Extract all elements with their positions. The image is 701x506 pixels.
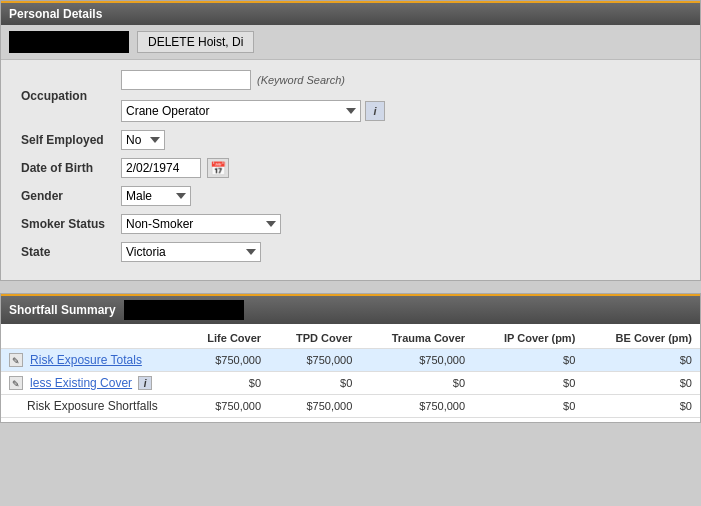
col-header-label — [1, 328, 181, 349]
personal-details-title: Personal Details — [9, 7, 102, 21]
existing-cover-link[interactable]: less Existing Cover — [30, 376, 132, 390]
shortfall-title: Shortfall Summary — [9, 303, 116, 317]
smoker-select[interactable]: Non-Smoker Smoker — [121, 214, 281, 234]
exposure-be-cover: $0 — [583, 349, 700, 372]
col-header-life: Life Cover — [181, 328, 269, 349]
exposure-trauma-cover: $750,000 — [360, 349, 473, 372]
shortfall-be-cover: $0 — [583, 395, 700, 418]
shortfall-ip-cover: $0 — [473, 395, 583, 418]
existing-tpd-cover: $0 — [269, 372, 360, 395]
self-employed-row: Self Employed No Yes — [21, 130, 680, 150]
self-employed-label: Self Employed — [21, 133, 121, 147]
personal-details-section: Personal Details DELETE Hoist, Di Occupa… — [0, 0, 701, 281]
risk-exposure-shortfalls-label: Risk Exposure Shortfalls — [27, 399, 158, 413]
shortfall-trauma-cover: $750,000 — [360, 395, 473, 418]
separator — [0, 285, 701, 293]
col-header-tpd: TPD Cover — [269, 328, 360, 349]
smoker-controls: Non-Smoker Smoker — [121, 214, 281, 234]
state-label: State — [21, 245, 121, 259]
smoker-label: Smoker Status — [21, 217, 121, 231]
existing-be-cover: $0 — [583, 372, 700, 395]
existing-ip-cover: $0 — [473, 372, 583, 395]
exposure-tpd-cover: $750,000 — [269, 349, 360, 372]
occupation-controls: (Keyword Search) Crane Operator i — [121, 70, 385, 122]
shortfall-header: Shortfall Summary — [1, 294, 700, 324]
gender-select[interactable]: Male Female — [121, 186, 191, 206]
state-select[interactable]: Victoria NSW Queensland — [121, 242, 261, 262]
existing-cover-info-button[interactable]: i — [138, 376, 152, 390]
delete-bar: DELETE Hoist, Di — [1, 25, 700, 60]
name-redacted-box — [9, 31, 129, 53]
dob-row: Date of Birth 📅 — [21, 158, 680, 178]
col-header-trauma: Trauma Cover — [360, 328, 473, 349]
occupation-select-row: Crane Operator i — [121, 100, 385, 122]
keyword-search-label: (Keyword Search) — [257, 74, 345, 86]
col-header-ip: IP Cover (pm) — [473, 328, 583, 349]
personal-details-header: Personal Details — [1, 1, 700, 25]
occupation-select[interactable]: Crane Operator — [121, 100, 361, 122]
dob-label: Date of Birth — [21, 161, 121, 175]
gender-row: Gender Male Female — [21, 186, 680, 206]
existing-life-cover: $0 — [181, 372, 269, 395]
table-row: ✎ Risk Exposure Totals $750,000 $750,000… — [1, 349, 700, 372]
keyword-search-input[interactable] — [121, 70, 251, 90]
delete-button[interactable]: DELETE Hoist, Di — [137, 31, 254, 53]
personal-details-form: Occupation (Keyword Search) Crane Operat… — [1, 60, 700, 280]
gender-label: Gender — [21, 189, 121, 203]
state-row: State Victoria NSW Queensland — [21, 242, 680, 262]
exposure-life-cover: $750,000 — [181, 349, 269, 372]
occupation-label: Occupation — [21, 89, 121, 103]
calendar-button[interactable]: 📅 — [207, 158, 229, 178]
table-row: ✎ less Existing Cover i $0 $0 $0 $0 $0 — [1, 372, 700, 395]
occupation-row: Occupation (Keyword Search) Crane Operat… — [21, 70, 680, 122]
exposure-ip-cover: $0 — [473, 349, 583, 372]
row-exposure-label-cell: ✎ Risk Exposure Totals — [1, 349, 181, 372]
self-employed-select[interactable]: No Yes — [121, 130, 165, 150]
edit-icon-existing[interactable]: ✎ — [9, 376, 23, 390]
risk-exposure-totals-link[interactable]: Risk Exposure Totals — [30, 353, 142, 367]
occupation-info-button[interactable]: i — [365, 101, 385, 121]
shortfall-name-redacted — [124, 300, 244, 320]
state-controls: Victoria NSW Queensland — [121, 242, 261, 262]
keyword-row: (Keyword Search) — [121, 70, 345, 90]
shortfall-table: Life Cover TPD Cover Trauma Cover IP Cov… — [1, 328, 700, 418]
shortfall-life-cover: $750,000 — [181, 395, 269, 418]
smoker-row: Smoker Status Non-Smoker Smoker — [21, 214, 680, 234]
dob-input[interactable] — [121, 158, 201, 178]
shortfall-table-container: Life Cover TPD Cover Trauma Cover IP Cov… — [1, 324, 700, 422]
shortfall-section: Shortfall Summary Life Cover TPD Cover T… — [0, 293, 701, 423]
col-header-be: BE Cover (pm) — [583, 328, 700, 349]
shortfall-tpd-cover: $750,000 — [269, 395, 360, 418]
table-header-row: Life Cover TPD Cover Trauma Cover IP Cov… — [1, 328, 700, 349]
table-row: Risk Exposure Shortfalls $750,000 $750,0… — [1, 395, 700, 418]
row-shortfall-label-cell: Risk Exposure Shortfalls — [1, 395, 181, 418]
dob-controls: 📅 — [121, 158, 229, 178]
existing-trauma-cover: $0 — [360, 372, 473, 395]
self-employed-controls: No Yes — [121, 130, 165, 150]
edit-icon-exposure[interactable]: ✎ — [9, 353, 23, 367]
gender-controls: Male Female — [121, 186, 191, 206]
row-existing-label-cell: ✎ less Existing Cover i — [1, 372, 181, 395]
